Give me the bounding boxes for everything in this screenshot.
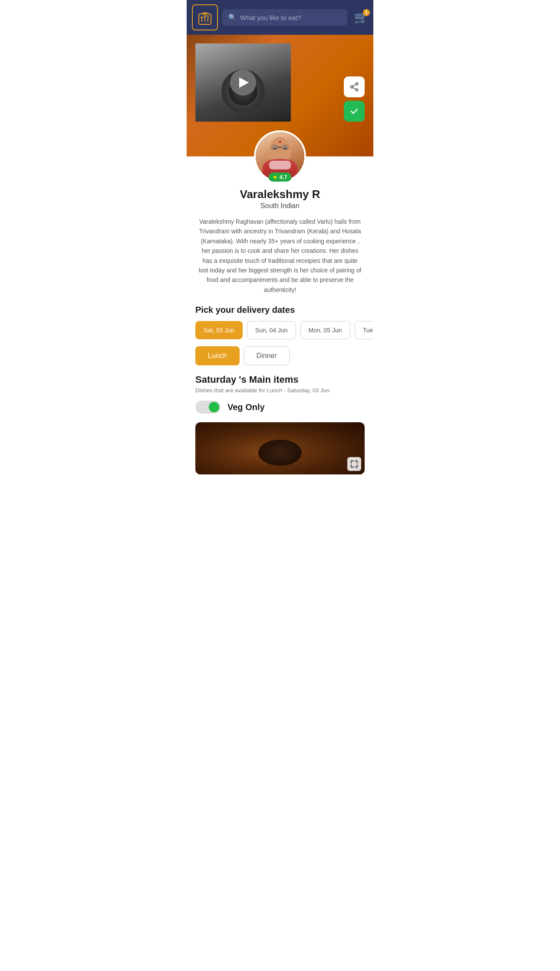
toggle-track	[195, 401, 221, 414]
check-button[interactable]	[344, 101, 365, 122]
svg-line-11	[352, 87, 356, 89]
food-card-preview[interactable]	[195, 422, 365, 474]
search-placeholder: What you like to eat?	[240, 14, 301, 21]
expand-icon[interactable]	[347, 457, 361, 471]
menu-subtitle: Dishes that are available for Lunch - Sa…	[187, 387, 373, 394]
svg-point-8	[351, 86, 353, 88]
meal-btn-lunch[interactable]: Lunch	[195, 346, 240, 365]
expand-arrows-icon	[350, 460, 358, 468]
svg-point-9	[356, 89, 358, 91]
chef-cuisine: South Indian	[260, 202, 300, 210]
date-button-mon[interactable]: Mon, 05 Jun	[300, 321, 350, 339]
profile-section: ★ 4.7 Varalekshmy R South Indian Varalek…	[187, 130, 373, 302]
date-button-sat[interactable]: Sat, 03 Jun	[195, 321, 243, 339]
chef-bio: Varalekshmy Raghavan (affectionaly calle…	[197, 217, 363, 295]
date-button-sun[interactable]: Sun, 04 Jun	[247, 321, 296, 339]
video-thumbnail[interactable]	[195, 43, 291, 122]
veg-only-label: Veg Only	[227, 402, 265, 412]
share-button[interactable]	[344, 76, 365, 97]
check-icon	[349, 106, 359, 116]
dates-row: Sat, 03 Jun Sun, 04 Jun Mon, 05 Jun Tue,…	[187, 321, 373, 339]
svg-point-7	[356, 83, 358, 85]
play-button[interactable]	[230, 70, 256, 96]
share-icon	[349, 82, 359, 92]
veg-only-row: Veg Only	[187, 401, 373, 414]
app-header: 🔍 What you like to eat? 🛒 1	[187, 0, 373, 35]
meal-btn-dinner[interactable]: Dinner	[244, 346, 290, 365]
veg-toggle[interactable]	[195, 401, 221, 414]
cart-button[interactable]: 🛒 1	[354, 11, 368, 24]
hero-actions	[344, 76, 365, 122]
logo-icon	[196, 9, 214, 26]
menu-title: Saturday 's Main items	[187, 374, 373, 385]
search-bar[interactable]: 🔍 What you like to eat?	[222, 9, 347, 26]
toggle-thumb	[209, 402, 219, 412]
rating-badge: ★ 4.7	[268, 172, 291, 182]
star-icon: ★	[273, 174, 277, 180]
chef-name: Varalekshmy R	[240, 188, 320, 201]
meal-type-row: Lunch Dinner	[187, 346, 373, 365]
date-button-tue[interactable]: Tue, 06 Jun	[355, 321, 373, 339]
delivery-section-title: Pick your delivery dates	[187, 305, 373, 315]
avatar-wrap: ★ 4.7	[254, 130, 306, 182]
search-icon: 🔍	[228, 13, 237, 21]
svg-line-10	[352, 84, 356, 86]
app-logo[interactable]	[192, 4, 218, 30]
video-inner	[195, 43, 291, 122]
cart-badge: 1	[363, 9, 370, 16]
